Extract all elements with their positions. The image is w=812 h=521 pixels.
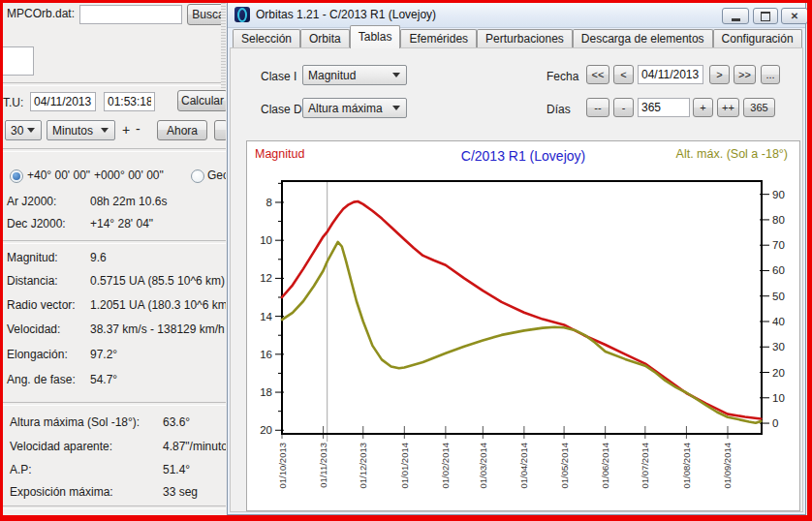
svg-text:01/07/2014: 01/07/2014 (640, 443, 650, 489)
tab-orbita[interactable]: Orbita (300, 29, 350, 48)
dias-preset-button[interactable]: 365 (743, 98, 775, 117)
minimize-icon (732, 18, 740, 21)
svg-text:20: 20 (260, 424, 272, 436)
orbitas-window: Orbitas 1.21 - C/2013 R1 (Lovejoy) ✕ Sel… (227, 2, 806, 515)
svg-text:01/06/2014: 01/06/2014 (600, 443, 610, 489)
svg-text:30: 30 (772, 341, 785, 352)
geocentric-label: Geocé (207, 169, 226, 182)
tu-label: T.U: (3, 96, 23, 109)
calcular-button[interactable]: Calcular (177, 90, 226, 111)
clase-i-value: Magnitud (308, 69, 356, 82)
svg-text:10: 10 (772, 392, 785, 404)
site-lon-label: +000° 00' 00" (94, 169, 164, 182)
step-value-dropdown[interactable]: 30 (5, 120, 42, 140)
elongacion-label: Elongación: (7, 348, 68, 361)
tab-tablas[interactable]: Tablas (350, 25, 401, 48)
ap-value: 51.4° (163, 463, 190, 476)
svg-text:01/01/2014: 01/01/2014 (399, 443, 410, 489)
minimize-button[interactable] (722, 8, 749, 24)
step-unit-dropdown[interactable]: Minutos (47, 120, 115, 140)
close-button[interactable]: ✕ (781, 8, 808, 24)
orbitas-app-icon (234, 7, 250, 22)
dec-j2000-label: Dec J2000: (7, 217, 66, 230)
fecha-next2-button[interactable]: >> (734, 65, 756, 84)
svg-text:01/12/2013: 01/12/2013 (358, 443, 368, 489)
distancia-label: Distancia: (7, 274, 58, 288)
clase-d-dropdown[interactable]: Altura máxima (302, 98, 407, 118)
fecha-more-button[interactable]: ... (761, 65, 780, 84)
ang-fase-label: Ang. de fase: (7, 373, 76, 386)
screen: MPCOrb.dat: Buscar T.U: Calcular 30 Minu… (0, 0, 812, 521)
buscar-button[interactable]: Buscar (187, 4, 226, 25)
ap-label: A.P: (10, 463, 32, 476)
series-altura-maxima (282, 242, 761, 423)
chevron-down-icon (101, 128, 109, 133)
clipped-button[interactable] (214, 120, 226, 140)
svg-text:01/09/2014: 01/09/2014 (722, 443, 733, 489)
tab-descarga-elementos[interactable]: Descarga de elementos (573, 29, 713, 48)
tab-configuracion[interactable]: Configuración (713, 29, 802, 48)
tab-perturbaciones[interactable]: Perturbaciones (477, 29, 573, 48)
tab-efemerides[interactable]: Efemérides (400, 29, 477, 48)
ang-fase-value: 54.7° (90, 373, 117, 386)
svg-text:01/03/2014: 01/03/2014 (478, 443, 488, 489)
clase-d-value: Altura máxima (308, 102, 383, 115)
fecha-prev2-button[interactable]: << (586, 65, 609, 84)
svg-text:60: 60 (772, 264, 785, 276)
svg-text:14: 14 (260, 311, 272, 322)
svg-text:0: 0 (772, 417, 778, 429)
svg-text:01/04/2014: 01/04/2014 (518, 443, 529, 489)
restore-icon (761, 12, 770, 21)
geocentric-radio[interactable] (191, 169, 204, 183)
fecha-next-button[interactable]: > (709, 65, 730, 84)
orbit-ellipse-icon (237, 8, 247, 22)
chevron-down-icon (392, 106, 400, 110)
time-input[interactable] (104, 92, 155, 111)
mpcorb-input[interactable] (79, 5, 182, 24)
small-input[interactable] (3, 46, 34, 76)
svg-text:40: 40 (772, 316, 785, 327)
separator (3, 402, 226, 406)
velocidad-value: 38.37 km/s - 138129 km/h (90, 322, 225, 336)
svg-text:10: 10 (260, 234, 272, 246)
svg-text:18: 18 (260, 386, 272, 398)
dias-minus2-button[interactable]: -- (586, 98, 609, 117)
clase-i-dropdown[interactable]: Magnitud (302, 65, 407, 85)
plus-stepper[interactable]: + (122, 122, 130, 138)
ahora-button[interactable]: Ahora (157, 120, 207, 140)
restore-button[interactable] (753, 8, 778, 24)
separator (3, 82, 226, 86)
separator (3, 240, 226, 244)
svg-text:8: 8 (266, 197, 272, 208)
step-unit-text: Minutos (52, 124, 93, 138)
dias-plus-button[interactable]: + (693, 98, 713, 117)
window-title: Orbitas 1.21 - C/2013 R1 (Lovejoy) (256, 8, 436, 21)
site-coords-radio[interactable] (10, 169, 23, 183)
tab-seleccion[interactable]: Selección (233, 29, 300, 48)
tablas-page: Clase I Magnitud Clase D Altura máxima F… (230, 47, 803, 512)
separator (3, 506, 226, 509)
fecha-prev-button[interactable]: < (613, 65, 634, 84)
close-icon: ✕ (791, 12, 798, 21)
date-input[interactable] (30, 92, 96, 111)
fecha-input[interactable] (638, 65, 703, 84)
chevron-down-icon (27, 128, 35, 133)
dias-minus-button[interactable]: - (613, 98, 634, 117)
mpcorb-label: MPCOrb.dat: (7, 7, 75, 20)
ar-j2000-label: Ar J2000: (7, 195, 56, 208)
radio-vector-value: 1.2051 UA (180.3 10^6 km) (90, 298, 226, 312)
altura-maxima-label: Altura máxima (Sol -18°): (10, 415, 140, 429)
velocidad-label: Velocidad: (7, 322, 60, 336)
dec-j2000-value: +14° 28' 04" (90, 217, 153, 230)
right-axis-title: Alt. máx. (Sol a -18°) (676, 147, 788, 161)
magnitud-label: Magnitud: (7, 251, 58, 264)
svg-text:80: 80 (772, 214, 785, 226)
dias-label: Días (547, 103, 571, 116)
svg-text:01/10/2013: 01/10/2013 (277, 443, 288, 489)
minus-stepper[interactable]: - (136, 121, 141, 137)
dias-input[interactable] (638, 98, 690, 117)
dias-plus2-button[interactable]: ++ (717, 98, 739, 117)
title-bar[interactable]: Orbitas 1.21 - C/2013 R1 (Lovejoy) ✕ (228, 3, 805, 28)
exposicion-maxima-label: Exposición máxima: (10, 485, 113, 499)
step-value-text: 30 (11, 124, 23, 138)
